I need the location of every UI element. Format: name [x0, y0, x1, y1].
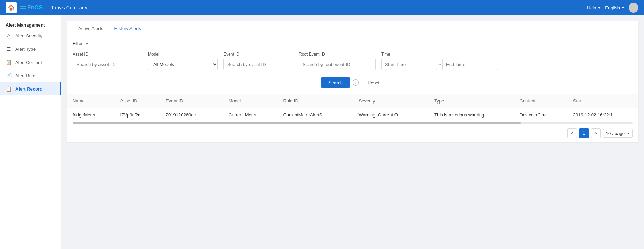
- logo-divider: [47, 3, 47, 12]
- next-page-button[interactable]: >: [591, 128, 601, 138]
- lang-chevron-icon: [622, 7, 624, 9]
- cell-content: Device offline: [514, 108, 568, 122]
- cell-name: fridgeMeter: [67, 108, 114, 122]
- filter-label: Filter: [73, 41, 83, 46]
- main-content: Active Alerts History Alerts Filter Asse…: [61, 15, 644, 249]
- root-event-id-label: Root Event ID: [299, 52, 376, 57]
- filter-section: Filter Asset ID Model All Models: [67, 35, 638, 94]
- col-model: Model: [223, 94, 278, 108]
- help-label: Help: [587, 5, 597, 10]
- sidebar-item-alert-content[interactable]: 📋 Alert Content: [0, 56, 61, 69]
- table-section: Name Asset ID Event ID Model Rule ID Sev…: [67, 94, 638, 142]
- sidebar-item-alert-severity[interactable]: ⚠ Alert Severity: [0, 29, 61, 42]
- event-id-label: Event ID: [223, 52, 293, 57]
- col-start: Start: [568, 94, 638, 108]
- filter-fields-row: Asset ID Model All Models Event ID: [73, 52, 633, 70]
- tab-active-alerts[interactable]: Active Alerts: [73, 21, 109, 35]
- col-rule-id: Rule ID: [277, 94, 353, 108]
- language-label: English: [605, 5, 620, 10]
- tab-history-alerts[interactable]: History Alerts: [109, 21, 147, 35]
- alert-table: Name Asset ID Event ID Model Rule ID Sev…: [67, 94, 638, 122]
- time-inputs: ~: [381, 59, 498, 70]
- reset-button[interactable]: Reset: [362, 77, 385, 88]
- sidebar: Alert Management ⚠ Alert Severity ☰ Aler…: [0, 15, 61, 249]
- asset-id-field: Asset ID: [73, 52, 142, 70]
- help-chevron-icon: [598, 7, 601, 9]
- cell-model: Current Meter: [223, 108, 278, 122]
- enos-logo: EnOS: [20, 5, 43, 11]
- page-1-button[interactable]: 1: [579, 128, 589, 138]
- company-name: Tony's Company: [51, 5, 87, 10]
- sidebar-label-alert-record: Alert Record: [15, 86, 43, 92]
- pagination: < 1 > 10 / page: [67, 124, 638, 142]
- alert-rule-icon: 📄: [6, 72, 12, 79]
- nav-right: Help English: [587, 3, 638, 13]
- event-id-field: Event ID: [223, 52, 293, 70]
- cell-asset-id: I7Vp9nRm: [114, 108, 160, 122]
- sidebar-item-alert-record[interactable]: 📋 Alert Record: [0, 82, 61, 95]
- sidebar-label-alert-severity: Alert Severity: [15, 33, 42, 38]
- cell-severity: Warning: Current O...: [353, 108, 429, 122]
- model-label: Model: [148, 52, 218, 57]
- sidebar-item-alert-type[interactable]: ☰ Alert Type: [0, 42, 61, 56]
- col-type: Type: [429, 94, 514, 108]
- model-select[interactable]: All Models: [148, 59, 218, 70]
- event-id-input[interactable]: [223, 59, 293, 70]
- sidebar-label-alert-rule: Alert Rule: [15, 73, 35, 78]
- alert-record-icon: 📋: [6, 86, 12, 92]
- time-field: Time ~: [381, 52, 498, 70]
- col-asset-id: Asset ID: [114, 94, 160, 108]
- search-button[interactable]: Search: [321, 77, 350, 88]
- col-name: Name: [67, 94, 114, 108]
- sidebar-label-alert-type: Alert Type: [15, 47, 36, 52]
- prev-page-button[interactable]: <: [567, 128, 577, 138]
- page-size-label: 10 / page: [606, 131, 625, 136]
- page-size-chevron-icon: [627, 133, 630, 134]
- filter-toggle-icon: [86, 43, 88, 44]
- asset-id-input[interactable]: [73, 59, 142, 70]
- root-event-id-field: Root Event ID: [299, 52, 376, 70]
- user-avatar[interactable]: [629, 3, 638, 13]
- sidebar-section-label: Alert Management: [0, 18, 61, 29]
- model-field: Model All Models: [148, 52, 218, 70]
- tab-history-alerts-label: History Alerts: [114, 26, 141, 31]
- alert-severity-icon: ⚠: [6, 33, 12, 39]
- cell-type: This is a serious warning: [429, 108, 514, 122]
- end-time-input[interactable]: [442, 59, 498, 70]
- alert-type-icon: ☰: [6, 46, 12, 52]
- content-card: Active Alerts History Alerts Filter Asse…: [67, 21, 638, 142]
- cell-start: 2019-12-02 16:22:1: [568, 108, 638, 122]
- cell-event-id: 2019120260ac...: [160, 108, 223, 122]
- tabs-container: Active Alerts History Alerts: [67, 21, 638, 35]
- time-separator: ~: [438, 62, 441, 67]
- language-button[interactable]: English: [605, 5, 624, 10]
- start-time-input[interactable]: [381, 59, 437, 70]
- filter-actions: Search i Reset: [73, 77, 633, 88]
- root-event-id-input[interactable]: [299, 59, 376, 70]
- page-size-select[interactable]: 10 / page: [603, 129, 633, 138]
- time-label: Time: [381, 52, 498, 57]
- home-button[interactable]: 🏠: [6, 2, 17, 13]
- col-content: Content: [514, 94, 568, 108]
- asset-id-label: Asset ID: [73, 52, 142, 57]
- alert-content-icon: 📋: [6, 59, 12, 65]
- table-body: fridgeMeter I7Vp9nRm 2019120260ac... Cur…: [67, 108, 638, 122]
- top-navigation: 🏠 EnOS Tony's Company Help English: [0, 0, 644, 15]
- info-icon[interactable]: i: [353, 79, 359, 86]
- col-severity: Severity: [353, 94, 429, 108]
- filter-toggle[interactable]: Filter: [73, 41, 633, 46]
- table-header-row: Name Asset ID Event ID Model Rule ID Sev…: [67, 94, 638, 108]
- cell-rule-id: CurrentMeterAlertS...: [277, 108, 353, 122]
- table-row[interactable]: fridgeMeter I7Vp9nRm 2019120260ac... Cur…: [67, 108, 638, 122]
- tab-active-alerts-label: Active Alerts: [78, 26, 103, 31]
- table-header: Name Asset ID Event ID Model Rule ID Sev…: [67, 94, 638, 108]
- col-event-id: Event ID: [160, 94, 223, 108]
- sidebar-label-alert-content: Alert Content: [15, 60, 42, 65]
- main-layout: Alert Management ⚠ Alert Severity ☰ Aler…: [0, 0, 644, 249]
- logo-dots: [20, 6, 26, 9]
- help-button[interactable]: Help: [587, 5, 601, 10]
- sidebar-item-alert-rule[interactable]: 📄 Alert Rule: [0, 69, 61, 82]
- logo-text: EnOS: [27, 5, 43, 11]
